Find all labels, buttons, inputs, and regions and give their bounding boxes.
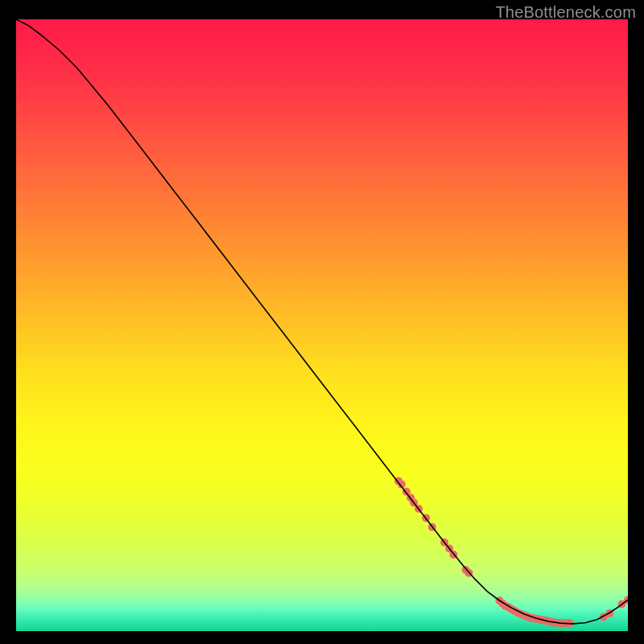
- bottleneck-chart: [16, 19, 628, 631]
- gradient-background: [16, 19, 628, 631]
